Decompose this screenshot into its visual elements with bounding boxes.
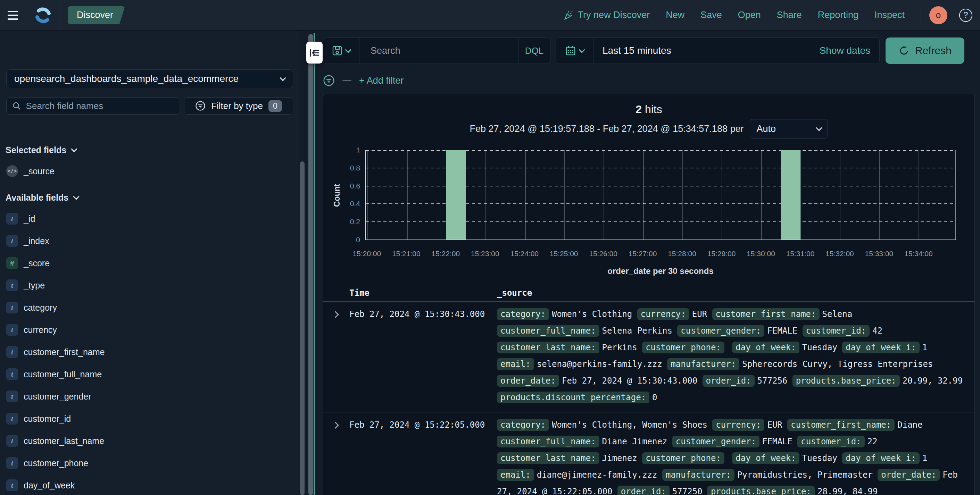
nav-item-share[interactable]: Share xyxy=(777,10,802,21)
field-name-badge[interactable]: day_of_week_i: xyxy=(842,341,919,353)
field-name-badge[interactable]: category: xyxy=(497,308,549,320)
field-item-customer_phone[interactable]: tcustomer_phone xyxy=(6,452,294,474)
nav-item-inspect[interactable]: Inspect xyxy=(875,10,905,21)
field-name-badge[interactable]: customer_last_name: xyxy=(497,452,600,464)
opensearch-logo-icon xyxy=(33,5,53,25)
field-item-category[interactable]: tcategory xyxy=(6,297,294,319)
field-name-badge[interactable]: currency: xyxy=(637,308,689,320)
search-input[interactable]: Search xyxy=(360,46,518,56)
field-name-badge[interactable]: products.base_price: xyxy=(707,485,815,495)
field-name-badge[interactable]: customer_gender: xyxy=(677,325,764,337)
field-item-_index[interactable]: t_index xyxy=(6,230,294,252)
field-item-customer_first_name[interactable]: tcustomer_first_name xyxy=(6,341,294,363)
field-name-badge[interactable]: products.discount_percentage: xyxy=(497,392,649,403)
menu-hamburger-icon[interactable] xyxy=(0,0,26,30)
field-item-customer_last_name[interactable]: tcustomer_last_name xyxy=(6,430,294,452)
field-item-customer_id[interactable]: tcustomer_id xyxy=(6,408,294,430)
refresh-button[interactable]: Refresh xyxy=(886,38,964,64)
query-language-button[interactable]: DQL xyxy=(518,38,550,63)
nav-item-save[interactable]: Save xyxy=(700,10,722,21)
nav-item-open[interactable]: Open xyxy=(738,10,761,21)
x-tick-label: 15:32:00 xyxy=(821,249,859,258)
field-name-badge[interactable]: customer_phone: xyxy=(642,452,724,464)
string-field-type-icon: t xyxy=(6,301,18,313)
help-icon[interactable]: ? xyxy=(959,9,972,22)
field-search-input[interactable] xyxy=(26,101,173,111)
field-name-badge[interactable]: customer_first_name: xyxy=(787,419,894,431)
field-name-badge[interactable]: products.base_price: xyxy=(792,375,900,387)
interval-select[interactable]: Auto xyxy=(750,119,828,138)
nav-item-reporting[interactable]: Reporting xyxy=(818,10,859,21)
field-name-badge[interactable]: email: xyxy=(497,469,534,481)
field-item-currency[interactable]: tcurrency xyxy=(6,319,294,341)
saved-filters-icon[interactable] xyxy=(323,75,335,86)
expand-row-icon[interactable] xyxy=(332,311,339,318)
field-item-customer_gender[interactable]: tcustomer_gender xyxy=(6,385,294,408)
date-quick-select-button[interactable] xyxy=(556,38,593,63)
histogram-bar[interactable] xyxy=(781,150,800,240)
field-name-badge[interactable]: manufacturer: xyxy=(667,358,739,370)
histogram-bar[interactable] xyxy=(446,150,466,240)
sidebar-scrollbar-thumb[interactable] xyxy=(300,162,305,495)
user-avatar[interactable]: o xyxy=(929,6,947,24)
x-gridline xyxy=(800,150,801,240)
field-label: customer_gender xyxy=(24,392,91,401)
column-header-time: Time xyxy=(349,288,497,298)
field-item-_id[interactable]: t_id xyxy=(6,208,294,230)
field-name-badge[interactable]: customer_full_name: xyxy=(497,436,600,447)
panel-resizer-handle[interactable] xyxy=(309,34,313,495)
nav-item-new[interactable]: New xyxy=(666,10,684,21)
field-name-badge[interactable]: customer_full_name: xyxy=(497,325,600,337)
field-label: _type xyxy=(24,281,45,290)
field-name-badge[interactable]: order_date: xyxy=(878,469,940,481)
field-name-badge[interactable]: category: xyxy=(497,419,549,431)
x-gridline xyxy=(761,150,762,240)
date-picker-bar: Last 15 minutes Show dates xyxy=(556,38,880,64)
opensearch-logo[interactable] xyxy=(26,0,59,30)
saved-queries-button[interactable] xyxy=(323,38,360,63)
available-fields-heading[interactable]: Available fields xyxy=(6,193,294,203)
histogram-chart[interactable]: Count order_date per 30 seconds 15:20:00… xyxy=(323,138,974,271)
field-name-badge[interactable]: day_of_week: xyxy=(732,341,799,353)
show-dates-button[interactable]: Show dates xyxy=(819,45,879,56)
field-search-box[interactable] xyxy=(6,97,179,114)
field-item-day_of_week[interactable]: tday_of_week xyxy=(6,474,294,495)
query-bar: Search DQL xyxy=(323,38,550,64)
field-name-badge[interactable]: email: xyxy=(497,358,534,370)
collapse-sidebar-button[interactable] xyxy=(306,42,323,63)
field-item-_source[interactable]: </>_source xyxy=(6,160,294,182)
field-name-badge[interactable]: customer_phone: xyxy=(642,341,724,353)
field-name-badge[interactable]: customer_last_name: xyxy=(497,341,600,353)
field-name-badge[interactable]: order_date: xyxy=(497,375,559,387)
add-filter-button[interactable]: + Add filter xyxy=(359,75,404,86)
topbar-separator xyxy=(921,6,921,24)
field-item-_type[interactable]: t_type xyxy=(6,274,294,297)
field-name-badge[interactable]: customer_id: xyxy=(803,325,870,337)
string-field-type-icon: t xyxy=(6,279,18,291)
field-name-badge[interactable]: day_of_week_i: xyxy=(842,452,919,464)
field-name-badge[interactable]: customer_gender: xyxy=(672,436,759,447)
field-item-_score[interactable]: #_score xyxy=(6,252,294,274)
x-gridline xyxy=(525,150,526,240)
nav-item-try-new-discover[interactable]: Try new Discover xyxy=(563,10,650,21)
field-name-badge[interactable]: day_of_week: xyxy=(732,452,799,464)
hits-count: 2 xyxy=(635,103,642,116)
field-name-badge[interactable]: order_id: xyxy=(617,485,670,495)
field-name-badge[interactable]: customer_id: xyxy=(797,436,864,447)
time-range-value[interactable]: Last 15 minutes xyxy=(593,45,671,56)
field-name-badge[interactable]: manufacturer: xyxy=(662,469,735,481)
chevron-down-icon xyxy=(345,46,351,53)
top-nav-menu: Try new DiscoverNewSaveOpenShareReportin… xyxy=(563,10,921,21)
field-item-customer_full_name[interactable]: tcustomer_full_name xyxy=(6,363,294,385)
field-name-badge[interactable]: customer_first_name: xyxy=(712,308,819,320)
string-field-type-icon: t xyxy=(6,435,18,447)
index-pattern-selector[interactable]: opensearch_dashboards_sample_data_ecomme… xyxy=(6,70,293,88)
field-name-badge[interactable]: currency: xyxy=(712,419,764,431)
string-field-type-icon: t xyxy=(6,457,18,469)
field-name-badge[interactable]: order_id: xyxy=(703,375,755,387)
x-tick-label: 15:31:00 xyxy=(781,249,819,258)
x-tick-label: 15:22:00 xyxy=(426,249,465,258)
expand-row-icon[interactable] xyxy=(332,422,339,429)
selected-fields-heading[interactable]: Selected fields xyxy=(6,145,294,155)
filter-by-type-button[interactable]: Filter by type 0 xyxy=(184,97,293,114)
